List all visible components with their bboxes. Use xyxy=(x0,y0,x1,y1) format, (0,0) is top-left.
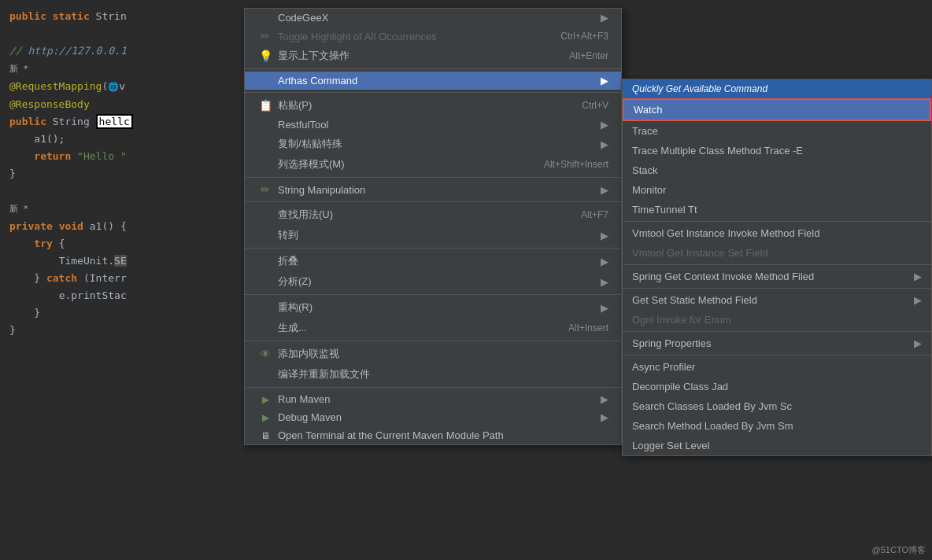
menu-item-show-context[interactable]: 💡 显示上下文操作 Alt+Enter xyxy=(245,46,621,66)
submenu-item-ognl[interactable]: Ognl Invoke for Enum xyxy=(623,310,931,330)
code-line-annotation1: @RequestMapping(🌐v xyxy=(0,78,244,96)
decompile-label: Decompile Class Jad xyxy=(632,381,728,392)
get-set-static-label: Get Set Static Method Field xyxy=(632,294,757,306)
submenu-item-vmtool-set[interactable]: Vmtool Get Instance Set Field xyxy=(623,243,931,263)
submenu-item-trace[interactable]: Trace xyxy=(623,121,931,141)
menu-item-find-label: 查找用法(U) xyxy=(278,208,333,222)
menu-item-restful[interactable]: RestfulTool ▶ xyxy=(245,116,621,134)
vmtool-set-label: Vmtool Get Instance Set Field xyxy=(632,247,768,259)
menu-item-arthas[interactable]: Arthas Command ▶ xyxy=(245,72,621,90)
terminal-icon: 🖥 xyxy=(257,430,273,441)
menu-item-generate[interactable]: 生成... Alt+Insert xyxy=(245,318,621,338)
code-line-brace1: } xyxy=(0,165,244,182)
separator-8 xyxy=(245,387,621,388)
code-line-brace2: } xyxy=(0,322,244,339)
analyze-arrow: ▶ xyxy=(601,276,608,288)
arthas-arrow: ▶ xyxy=(601,75,608,87)
menu-item-fold[interactable]: 折叠 ▶ xyxy=(245,251,621,271)
watch-label: Watch xyxy=(634,104,662,116)
submenu-sep-5 xyxy=(623,355,931,356)
submenu-header: Quickly Get Available Command xyxy=(623,79,931,98)
menu-item-add-watch-label: 添加内联监视 xyxy=(278,347,339,361)
menu-item-string-manip[interactable]: ✏ String Manipulation ▶ xyxy=(245,180,621,199)
code-editor: public static Strin // http://127.0.0.1 … xyxy=(0,0,244,560)
trace-label: Trace xyxy=(632,125,658,137)
menu-item-copy-paste-label: 复制/粘贴特殊 xyxy=(278,137,342,151)
menu-item-open-terminal[interactable]: 🖥 Open Terminal at the Current Maven Mod… xyxy=(245,426,621,444)
menu-item-find-usage[interactable]: 查找用法(U) Alt+F7 xyxy=(245,204,621,225)
spring-props-label: Spring Properties xyxy=(632,337,711,349)
codegee-arrow: ▶ xyxy=(601,12,608,24)
paste-icon: 📋 xyxy=(257,99,273,112)
submenu-item-stack[interactable]: Stack xyxy=(623,160,931,180)
code-line-printstack: e.printStac xyxy=(0,287,244,304)
menu-item-paste[interactable]: 📋 粘贴(P) Ctrl+V xyxy=(245,95,621,116)
menu-item-debug-maven-label: Debug Maven xyxy=(278,411,342,423)
menu-item-goto-label: 转到 xyxy=(278,228,298,242)
fold-arrow: ▶ xyxy=(601,256,608,267)
menu-item-codegee[interactable]: CodeGeeX ▶ xyxy=(245,9,621,27)
menu-item-arthas-label: Arthas Command xyxy=(278,75,357,87)
paste-shortcut: Ctrl+V xyxy=(582,100,608,111)
code-line-private: private void a1() { xyxy=(0,218,244,235)
menu-item-compile[interactable]: 编译并重新加载文件 xyxy=(245,364,621,385)
menu-item-run-maven[interactable]: ▶ Run Maven ▶ xyxy=(245,390,621,408)
submenu-item-decompile[interactable]: Decompile Class Jad xyxy=(623,377,931,396)
submenu-item-timetunnel[interactable]: TimeTunnel Tt xyxy=(623,200,931,219)
code-line-try: try { xyxy=(0,235,244,252)
menu-item-refactor-label: 重构(R) xyxy=(278,300,313,315)
menu-item-goto[interactable]: 转到 ▶ xyxy=(245,225,621,245)
restful-arrow: ▶ xyxy=(601,119,608,131)
submenu-item-watch[interactable]: Watch xyxy=(623,98,931,121)
menu-item-run-maven-label: Run Maven xyxy=(278,393,330,405)
submenu-sep-2 xyxy=(623,264,931,265)
timetunnel-label: TimeTunnel Tt xyxy=(632,204,697,216)
debug-maven-arrow: ▶ xyxy=(601,411,608,423)
separator-5 xyxy=(245,248,621,249)
submenu-item-vmtool-invoke[interactable]: Vmtool Get Instance Invoke Method Field xyxy=(623,223,931,243)
menu-item-analyze[interactable]: 分析(Z) ▶ xyxy=(245,271,621,292)
trace-multiple-label: Trace Multiple Class Method Trace -E xyxy=(632,145,803,157)
primary-context-menu: CodeGeeX ▶ ✏ Toggle Highlight of All Occ… xyxy=(244,8,622,445)
toggle-shortcut: Ctrl+Alt+F3 xyxy=(560,31,608,42)
separator-2 xyxy=(245,92,621,93)
submenu-item-search-classes[interactable]: Search Classes Loaded By Jvm Sc xyxy=(623,396,931,416)
menu-item-paste-label: 粘贴(P) xyxy=(278,98,312,112)
separator-1 xyxy=(245,68,621,69)
submenu-item-monitor[interactable]: Monitor xyxy=(623,180,931,200)
menu-item-refactor[interactable]: 重构(R) ▶ xyxy=(245,297,621,318)
code-line-2 xyxy=(0,25,244,42)
toggle-icon: ✏ xyxy=(257,30,273,42)
string-arrow: ▶ xyxy=(601,184,608,196)
run-maven-icon: ▶ xyxy=(257,394,273,405)
separator-3 xyxy=(245,177,621,178)
monitor-label: Monitor xyxy=(632,184,666,196)
column-shortcut: Alt+Shift+Insert xyxy=(544,159,608,170)
vmtool-invoke-label: Vmtool Get Instance Invoke Method Field xyxy=(632,227,819,239)
logger-label: Logger Set Level xyxy=(632,440,709,451)
menu-item-fold-label: 折叠 xyxy=(278,254,298,268)
submenu-sep-3 xyxy=(623,288,931,289)
menu-item-restful-label: RestfulTool xyxy=(278,119,328,131)
menu-item-column-select[interactable]: 列选择模式(M) Alt+Shift+Insert xyxy=(245,154,621,175)
submenu-item-spring-props[interactable]: Spring Properties ▶ xyxy=(623,333,931,353)
menu-item-add-watch[interactable]: 👁 添加内联监视 xyxy=(245,344,621,364)
menu-item-generate-label: 生成... xyxy=(278,321,307,335)
menu-item-copy-paste[interactable]: 复制/粘贴特殊 ▶ xyxy=(245,134,621,154)
submenu-item-logger[interactable]: Logger Set Level xyxy=(623,436,931,455)
submenu-item-async-profiler[interactable]: Async Profiler xyxy=(623,357,931,377)
submenu-item-search-methods[interactable]: Search Method Loaded By Jvm Sm xyxy=(623,416,931,436)
submenu-item-spring-invoke[interactable]: Spring Get Context Invoke Method Filed ▶ xyxy=(623,267,931,286)
spring-invoke-arrow: ▶ xyxy=(914,271,922,282)
menu-item-toggle-highlight[interactable]: ✏ Toggle Highlight of All Occurrences Ct… xyxy=(245,27,621,46)
menu-item-debug-maven[interactable]: ▶ Debug Maven ▶ xyxy=(245,408,621,426)
submenu-item-get-set-static[interactable]: Get Set Static Method Field ▶ xyxy=(623,290,931,310)
code-line-return: return "Hello " xyxy=(0,148,244,165)
generate-shortcut: Alt+Insert xyxy=(568,322,608,333)
submenu-item-trace-multiple[interactable]: Trace Multiple Class Method Trace -E xyxy=(623,141,931,160)
code-line-new1: 新 * xyxy=(0,60,244,78)
search-methods-label: Search Method Loaded By Jvm Sm xyxy=(632,420,793,432)
code-line-empty2 xyxy=(0,182,244,200)
get-set-arrow: ▶ xyxy=(914,294,922,306)
async-profiler-label: Async Profiler xyxy=(632,361,695,373)
